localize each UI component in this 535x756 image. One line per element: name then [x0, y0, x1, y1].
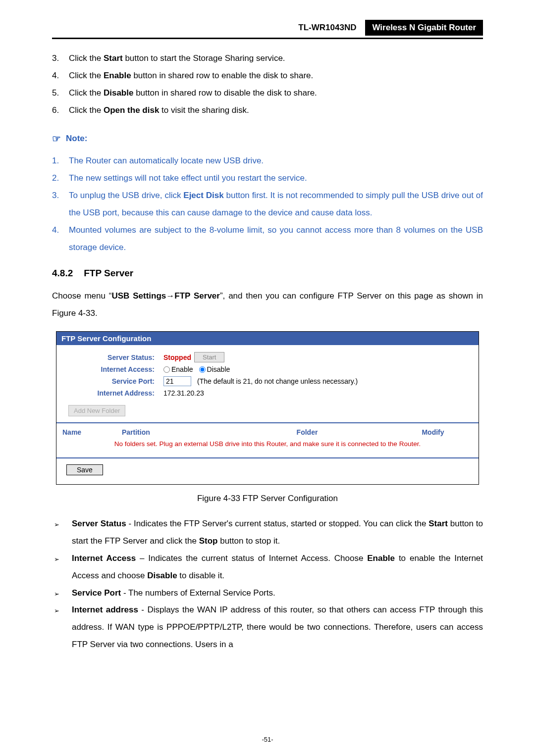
- note-item: 3. To unplug the USB drive, click Eject …: [52, 187, 483, 222]
- note-number: 2.: [52, 170, 69, 187]
- internet-address-value: 172.31.20.23: [163, 389, 204, 397]
- intro-paragraph: Choose menu “USB Settings→FTP Server”, a…: [52, 288, 483, 322]
- note-text: The Router can automatically locate new …: [69, 152, 483, 170]
- note-item: 1. The Router can automatically locate n…: [52, 152, 483, 170]
- bullet-icon: ➢: [52, 585, 72, 602]
- note-text: The new settings will not take effect un…: [69, 170, 483, 187]
- note-heading: ☞ Note:: [52, 133, 483, 145]
- ftp-config-screenshot: FTP Server Configuration Server Status: …: [56, 331, 479, 485]
- step-item: 4. Click the Enable button in shared row…: [52, 67, 483, 85]
- save-button[interactable]: Save: [66, 464, 103, 475]
- figure-caption: Figure 4-33 FTP Server Configuration: [52, 494, 483, 504]
- definition-item: ➢ Server Status - Indicates the FTP Serv…: [52, 515, 483, 550]
- internet-address-label: Internet Address:: [59, 389, 163, 397]
- note-number: 4.: [52, 222, 69, 256]
- step-number: 3.: [52, 50, 69, 67]
- server-status-row: Server Status: Stopped Start: [59, 352, 476, 362]
- step-text: Click the Start button to start the Stor…: [69, 50, 483, 67]
- definition-text: Internet Access – Indicates the current …: [72, 550, 483, 585]
- definition-item: ➢ Internet address - Displays the WAN IP…: [52, 602, 483, 654]
- definition-item: ➢ Internet Access – Indicates the curren…: [52, 550, 483, 585]
- disable-radio[interactable]: Disable: [199, 365, 230, 373]
- product-title: Wireless N Gigabit Router: [365, 20, 483, 36]
- step-number: 5.: [52, 85, 69, 102]
- definition-list: ➢ Server Status - Indicates the FTP Serv…: [52, 515, 483, 654]
- internet-access-row: Internet Access: Enable Disable: [59, 365, 476, 373]
- definition-text: Server Status - Indicates the FTP Server…: [72, 515, 483, 550]
- bullet-icon: ➢: [52, 550, 72, 585]
- bullet-icon: ➢: [52, 602, 72, 654]
- note-label: Note:: [66, 134, 87, 144]
- step-text: Click the Open the disk to visit the sha…: [69, 102, 483, 119]
- panel-title: FTP Server Configuration: [56, 332, 479, 345]
- note-number: 3.: [52, 187, 69, 222]
- service-port-hint: (The default is 21, do not change unless…: [197, 377, 358, 385]
- service-port-input[interactable]: [163, 376, 191, 386]
- note-text: To unplug the USB drive, click Eject Dis…: [69, 187, 483, 222]
- step-item: 5. Click the Disable button in shared ro…: [52, 85, 483, 102]
- service-port-label: Service Port:: [59, 377, 163, 385]
- col-name: Name: [62, 428, 122, 436]
- internet-access-label: Internet Access:: [59, 365, 163, 373]
- note-item: 2. The new settings will not take effect…: [52, 170, 483, 187]
- note-number: 1.: [52, 152, 69, 170]
- step-text: Click the Enable button in shared row to…: [69, 67, 483, 85]
- server-status-value: Stopped: [163, 353, 191, 361]
- model-label: TL-WR1043ND: [298, 20, 362, 36]
- definition-item: ➢ Service Port - The numbers of External…: [52, 585, 483, 602]
- section-number: 4.8.2: [52, 268, 73, 278]
- folder-table-header: Name Partition Folder Modify: [56, 423, 479, 438]
- step-list: 3. Click the Start button to start the S…: [52, 50, 483, 119]
- start-button[interactable]: Start: [194, 352, 224, 362]
- note-item: 4. Mounted volumes are subject to the 8-…: [52, 222, 483, 256]
- no-folders-message: No folders set. Plug an external USB dri…: [56, 438, 479, 457]
- step-number: 6.: [52, 102, 69, 119]
- definition-text: Service Port - The numbers of External S…: [72, 585, 483, 602]
- page-number: -51-: [0, 736, 535, 743]
- col-folder: Folder: [221, 428, 393, 436]
- add-new-folder-button[interactable]: Add New Folder: [68, 405, 125, 416]
- note-list: 1. The Router can automatically locate n…: [52, 152, 483, 256]
- enable-radio[interactable]: Enable: [163, 365, 193, 373]
- service-port-row: Service Port: (The default is 21, do not…: [59, 376, 476, 386]
- server-status-label: Server Status:: [59, 353, 163, 361]
- col-partition: Partition: [122, 428, 221, 436]
- page-header: TL-WR1043ND Wireless N Gigabit Router: [52, 20, 483, 36]
- step-number: 4.: [52, 67, 69, 85]
- note-text: Mounted volumes are subject to the 8-vol…: [69, 222, 483, 256]
- internet-address-row: Internet Address: 172.31.20.23: [59, 389, 476, 397]
- step-item: 3. Click the Start button to start the S…: [52, 50, 483, 67]
- pointing-hand-icon: ☞: [52, 133, 61, 145]
- header-rule: [52, 38, 483, 39]
- step-text: Click the Disable button in shared row t…: [69, 85, 483, 102]
- section-title: FTP Server: [84, 268, 133, 278]
- definition-text: Internet address - Displays the WAN IP a…: [72, 602, 483, 654]
- section-heading: 4.8.2FTP Server: [52, 268, 483, 279]
- step-item: 6. Click the Open the disk to visit the …: [52, 102, 483, 119]
- col-modify: Modify: [393, 428, 473, 436]
- bullet-icon: ➢: [52, 515, 72, 550]
